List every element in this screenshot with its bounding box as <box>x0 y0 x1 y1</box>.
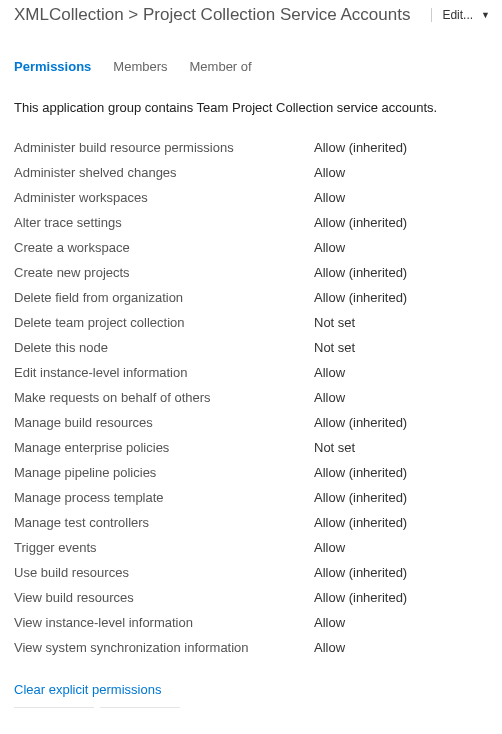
permission-value[interactable]: Allow (inherited) <box>314 515 407 530</box>
permission-name: Delete this node <box>14 340 314 355</box>
permission-name: Administer build resource permissions <box>14 140 314 155</box>
permission-name: Manage build resources <box>14 415 314 430</box>
permissions-list: Administer build resource permissionsAll… <box>0 135 502 660</box>
permission-value[interactable]: Not set <box>314 315 355 330</box>
permission-value[interactable]: Allow (inherited) <box>314 265 407 280</box>
page-header: XMLCollection > Project Collection Servi… <box>0 0 502 35</box>
permission-name: Manage process template <box>14 490 314 505</box>
permission-value[interactable]: Allow <box>314 640 345 655</box>
permission-value[interactable]: Allow (inherited) <box>314 415 407 430</box>
permission-name: View instance-level information <box>14 615 314 630</box>
permission-row: Edit instance-level informationAllow <box>14 360 488 385</box>
permission-name: Manage enterprise policies <box>14 440 314 455</box>
permission-value[interactable]: Allow (inherited) <box>314 290 407 305</box>
clear-explicit-permissions-link[interactable]: Clear explicit permissions <box>0 660 175 707</box>
permission-row: Use build resourcesAllow (inherited) <box>14 560 488 585</box>
permission-name: Manage pipeline policies <box>14 465 314 480</box>
tab-members[interactable]: Members <box>113 59 167 74</box>
permission-value[interactable]: Allow (inherited) <box>314 215 407 230</box>
permission-row: Trigger eventsAllow <box>14 535 488 560</box>
permission-value[interactable]: Allow <box>314 615 345 630</box>
permission-row: Administer workspacesAllow <box>14 185 488 210</box>
permission-row: Administer shelved changesAllow <box>14 160 488 185</box>
edit-menu-label: Edit... <box>442 8 473 22</box>
permission-name: Administer workspaces <box>14 190 314 205</box>
permission-row: Manage enterprise policiesNot set <box>14 435 488 460</box>
permission-value[interactable]: Allow (inherited) <box>314 465 407 480</box>
permission-name: Use build resources <box>14 565 314 580</box>
tab-bar: Permissions Members Member of <box>0 35 502 86</box>
permission-row: Create a workspaceAllow <box>14 235 488 260</box>
permission-row: View instance-level informationAllow <box>14 610 488 635</box>
ghost-box <box>14 707 94 713</box>
permission-row: Make requests on behalf of othersAllow <box>14 385 488 410</box>
permission-name: Manage test controllers <box>14 515 314 530</box>
permission-row: Alter trace settingsAllow (inherited) <box>14 210 488 235</box>
permission-value[interactable]: Allow <box>314 190 345 205</box>
permission-name: Delete field from organization <box>14 290 314 305</box>
permission-name: Alter trace settings <box>14 215 314 230</box>
permission-row: Manage build resourcesAllow (inherited) <box>14 410 488 435</box>
permission-value[interactable]: Allow (inherited) <box>314 140 407 155</box>
permission-name: Edit instance-level information <box>14 365 314 380</box>
permission-value[interactable]: Allow <box>314 390 345 405</box>
permission-value[interactable]: Allow (inherited) <box>314 590 407 605</box>
permission-row: Delete field from organizationAllow (inh… <box>14 285 488 310</box>
chevron-down-icon: ▼ <box>481 10 490 20</box>
permission-name: Create new projects <box>14 265 314 280</box>
permission-row: Manage test controllersAllow (inherited) <box>14 510 488 535</box>
group-description: This application group contains Team Pro… <box>0 86 502 135</box>
ghost-box <box>100 707 180 713</box>
permission-name: View system synchronization information <box>14 640 314 655</box>
permission-row: View system synchronization informationA… <box>14 635 488 660</box>
permission-row: Manage process templateAllow (inherited) <box>14 485 488 510</box>
permission-name: View build resources <box>14 590 314 605</box>
permission-value[interactable]: Allow <box>314 365 345 380</box>
permission-row: Delete team project collectionNot set <box>14 310 488 335</box>
tab-permissions[interactable]: Permissions <box>14 59 91 74</box>
permission-value[interactable]: Allow <box>314 540 345 555</box>
permission-value[interactable]: Allow (inherited) <box>314 490 407 505</box>
permission-row: Create new projectsAllow (inherited) <box>14 260 488 285</box>
edit-menu-button[interactable]: Edit... ▼ <box>431 8 490 22</box>
permission-name: Create a workspace <box>14 240 314 255</box>
permission-row: Administer build resource permissionsAll… <box>14 135 488 160</box>
footer-placeholder <box>0 707 502 723</box>
permission-value[interactable]: Not set <box>314 440 355 455</box>
permission-name: Make requests on behalf of others <box>14 390 314 405</box>
permission-row: Manage pipeline policiesAllow (inherited… <box>14 460 488 485</box>
permission-value[interactable]: Not set <box>314 340 355 355</box>
permission-value[interactable]: Allow (inherited) <box>314 565 407 580</box>
permission-name: Administer shelved changes <box>14 165 314 180</box>
permission-row: View build resourcesAllow (inherited) <box>14 585 488 610</box>
permission-name: Trigger events <box>14 540 314 555</box>
permission-value[interactable]: Allow <box>314 240 345 255</box>
permission-name: Delete team project collection <box>14 315 314 330</box>
breadcrumb: XMLCollection > Project Collection Servi… <box>14 5 410 25</box>
tab-member-of[interactable]: Member of <box>190 59 252 74</box>
permission-value[interactable]: Allow <box>314 165 345 180</box>
permission-row: Delete this nodeNot set <box>14 335 488 360</box>
